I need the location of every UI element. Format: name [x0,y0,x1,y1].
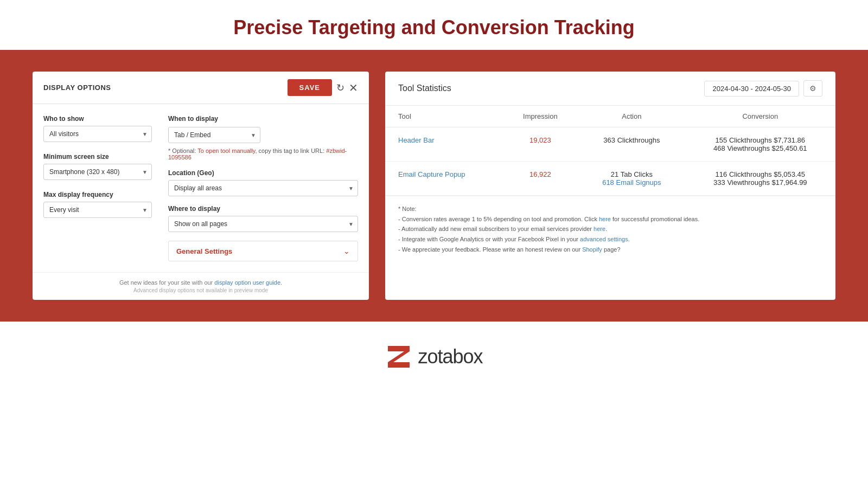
footer-text: Get new ideas for your site with our dis… [43,279,358,286]
general-settings-label: General Settings [176,247,232,255]
left-col: Who to show All visitors New visitors Re… [43,115,152,261]
email-capture-action: 21 Tab Clicks 618 Email Signups [578,162,685,196]
stats-notes: * Note: - Conversion rates average 1 to … [385,196,835,262]
location-geo-select[interactable]: Display all areas Specific countries Exc… [168,180,358,196]
header-bar-conversion: 155 Clickthroughs $7,731.86 468 Viewthro… [685,127,835,162]
shopify-link[interactable]: Shopify [582,246,602,253]
notes-line2: - Automatically add new email subscriber… [398,224,822,234]
who-to-show-select[interactable]: All visitors New visitors Returning visi… [43,126,152,142]
advanced-settings-link[interactable]: advanced settings [580,236,628,242]
max-display-freq-wrapper: Every visit Once a day Once a week ▼ [43,202,152,218]
svg-marker-0 [388,346,410,368]
stats-panel: Tool Statistics 2024-04-30 - 2024-05-30 … [385,72,835,300]
stats-header: Tool Statistics 2024-04-30 - 2024-05-30 … [385,72,835,106]
footer-sub: Advanced display options not available i… [43,287,358,293]
col-conversion: Conversion [685,106,835,127]
notes-line1: - Conversion rates average 1 to 5% depen… [398,214,822,224]
here-link-1[interactable]: here [599,216,611,222]
email-signups-link[interactable]: 618 Email Signups [602,178,661,187]
header-bar-impression: 19,023 [529,136,551,144]
min-screen-size-wrapper: Smartphone (320 x 480) Tablet (768 x 102… [43,164,152,180]
table-header-row: Tool Impression Action Conversion [385,106,835,127]
header-bar-action: 363 Clickthroughs [578,127,685,162]
where-to-display-label: Where to display [168,205,358,213]
bottom-section: zotabox [0,322,868,392]
table-row: Header Bar 19,023 363 Clickthroughs 155 … [385,127,835,162]
right-col: When to display Tab / Embed Popup Slider… [168,115,358,261]
hash-code: #zbwid-1095586 [168,147,347,160]
here-link-2[interactable]: here [593,226,605,232]
page-title: Precise Targeting and Conversion Trackin… [0,16,868,39]
when-to-display-label: When to display [168,115,358,123]
optional-text: * Optional: To open tool manually, copy … [168,147,358,160]
location-geo-label: Location (Geo) [168,169,358,177]
col-action: Action [578,106,685,127]
open-tool-manually-link[interactable]: To open tool manually [197,147,255,154]
location-geo-wrapper: Display all areas Specific countries Exc… [168,180,358,196]
red-section: DISPLAY OPTIONS SAVE ↻ ✕ Who to show All… [0,50,868,322]
where-to-display-select[interactable]: Show on all pages Specific pages Exclude… [168,216,358,232]
max-display-freq-group: Max display frequency Every visit Once a… [43,191,152,218]
min-screen-size-select[interactable]: Smartphone (320 x 480) Tablet (768 x 102… [43,164,152,180]
zotabox-logo-icon [385,343,412,370]
stats-table: Tool Impression Action Conversion Header… [385,106,835,196]
refresh-button[interactable]: ↻ [336,82,344,94]
chevron-down-icon: ⌄ [343,247,350,255]
save-button[interactable]: SAVE [288,79,332,96]
who-to-show-label: Who to show [43,115,152,123]
notes-line4: - We appreciate your feedback. Please wr… [398,245,822,255]
panel-header-actions: SAVE ↻ ✕ [288,79,358,96]
table-row: Email Capture Popup 16,922 21 Tab Clicks… [385,162,835,196]
logo-text: zotabox [418,345,482,368]
panel-title: DISPLAY OPTIONS [43,84,111,92]
panel-footer: Get new ideas for your site with our dis… [33,272,369,300]
email-capture-conversion: 116 Clickthroughs $5,053.45 333 Viewthro… [685,162,835,196]
panel-body: Who to show All visitors New visitors Re… [33,104,369,272]
general-settings-bar[interactable]: General Settings ⌄ [168,241,358,261]
when-to-display-select[interactable]: Tab / Embed Popup Slider [168,127,260,143]
max-display-freq-select[interactable]: Every visit Once a day Once a week [43,202,152,218]
gear-button[interactable]: ⚙ [803,80,822,97]
close-button[interactable]: ✕ [349,81,358,94]
page-header: Precise Targeting and Conversion Trackin… [0,0,868,50]
stats-title: Tool Statistics [398,84,451,93]
where-to-display-wrapper: Show on all pages Specific pages Exclude… [168,216,358,232]
panel-header: DISPLAY OPTIONS SAVE ↻ ✕ [33,72,369,104]
email-capture-popup-link[interactable]: Email Capture Popup [398,170,465,178]
who-to-show-group: Who to show All visitors New visitors Re… [43,115,152,142]
col-tool: Tool [385,106,502,127]
display-options-panel: DISPLAY OPTIONS SAVE ↻ ✕ Who to show All… [33,72,369,300]
header-bar-link[interactable]: Header Bar [398,136,434,144]
email-capture-impression: 16,922 [529,170,551,178]
min-screen-size-label: Minimum screen size [43,153,152,160]
notes-line3: - Integrate with Google Analytics or wit… [398,234,822,245]
display-option-user-guide-link[interactable]: display option user guide [214,279,280,286]
tab-embed-row: Tab / Embed Popup Slider ▼ [168,127,358,143]
stats-date-range: 2024-04-30 - 2024-05-30 [704,81,799,97]
max-display-freq-label: Max display frequency [43,191,152,198]
notes-title: * Note: [398,204,822,214]
who-to-show-wrapper: All visitors New visitors Returning visi… [43,126,152,142]
col-impression: Impression [502,106,578,127]
stats-date-row: 2024-04-30 - 2024-05-30 ⚙ [704,80,822,97]
logo-container: zotabox [385,343,482,370]
min-screen-size-group: Minimum screen size Smartphone (320 x 48… [43,153,152,180]
when-to-display-wrapper: Tab / Embed Popup Slider ▼ [168,127,260,143]
